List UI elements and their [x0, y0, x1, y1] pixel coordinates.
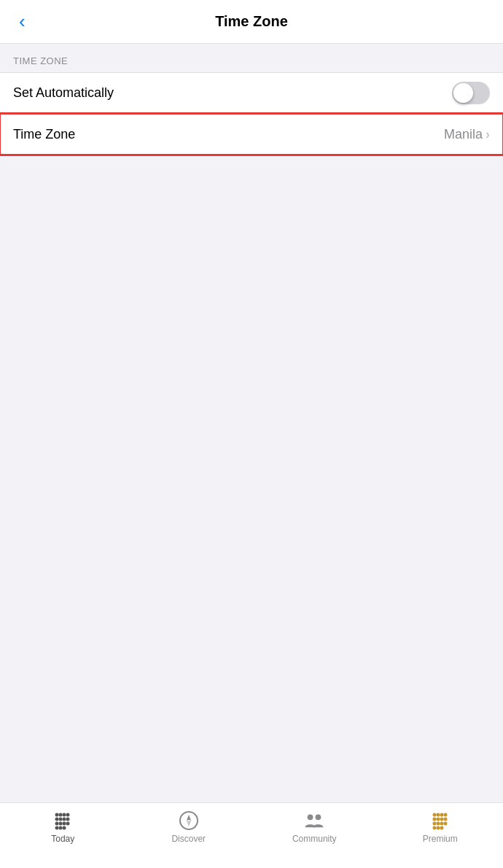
tab-community-label: Community — [292, 834, 337, 844]
svg-point-6 — [63, 818, 66, 821]
svg-point-29 — [436, 822, 440, 826]
settings-list: Set Automatically Time Zone Manila › — [0, 72, 503, 155]
tab-discover[interactable]: Discover — [126, 810, 252, 844]
chevron-icon: › — [486, 127, 490, 142]
svg-point-5 — [59, 818, 63, 821]
back-button[interactable]: ‹ — [13, 7, 31, 36]
svg-point-23 — [443, 813, 447, 817]
svg-point-9 — [59, 822, 63, 826]
svg-point-18 — [308, 814, 313, 820]
svg-point-12 — [55, 826, 59, 830]
section-label: TIME ZONE — [0, 44, 503, 72]
main-content — [0, 155, 503, 801]
svg-point-22 — [440, 813, 443, 817]
set-automatically-toggle[interactable] — [452, 82, 490, 104]
time-zone-value: Manila — [444, 127, 483, 142]
time-zone-value-group: Manila › — [444, 127, 490, 142]
svg-point-13 — [59, 826, 63, 830]
discover-icon — [179, 810, 199, 831]
header: ‹ Time Zone — [0, 0, 503, 44]
svg-point-24 — [432, 818, 436, 821]
community-icon — [304, 810, 324, 831]
tab-discover-label: Discover — [171, 834, 206, 844]
page-title: Time Zone — [215, 13, 288, 30]
tab-today-label: Today — [51, 834, 74, 844]
set-automatically-row: Set Automatically — [0, 73, 503, 114]
time-zone-label: Time Zone — [13, 127, 75, 142]
tab-premium-label: Premium — [423, 834, 458, 844]
svg-point-8 — [55, 822, 59, 826]
tab-premium[interactable]: Premium — [378, 810, 504, 844]
svg-point-0 — [55, 813, 59, 817]
svg-point-4 — [55, 818, 59, 821]
svg-point-30 — [440, 822, 443, 826]
svg-point-20 — [432, 813, 436, 817]
svg-point-10 — [63, 822, 66, 826]
set-automatically-label: Set Automatically — [13, 85, 114, 101]
svg-point-27 — [443, 818, 447, 821]
svg-point-15 — [180, 812, 198, 829]
svg-marker-17 — [187, 821, 191, 826]
svg-point-19 — [316, 814, 321, 820]
svg-point-3 — [66, 813, 70, 817]
svg-point-32 — [432, 826, 436, 830]
svg-point-2 — [63, 813, 66, 817]
svg-point-31 — [443, 822, 447, 826]
svg-point-11 — [66, 822, 70, 826]
time-zone-row[interactable]: Time Zone Manila › — [0, 114, 503, 155]
toggle-knob — [453, 83, 473, 103]
svg-point-21 — [436, 813, 440, 817]
svg-marker-16 — [187, 815, 191, 821]
svg-point-1 — [59, 813, 63, 817]
tab-bar: Today Discover Community — [0, 802, 503, 868]
svg-point-14 — [63, 826, 66, 830]
svg-point-33 — [436, 826, 440, 830]
svg-point-28 — [432, 822, 436, 826]
tab-community[interactable]: Community — [252, 810, 378, 844]
svg-point-25 — [436, 818, 440, 821]
svg-point-7 — [66, 818, 70, 821]
premium-icon — [430, 810, 451, 831]
svg-point-26 — [440, 818, 443, 821]
tab-today[interactable]: Today — [0, 810, 126, 844]
svg-point-34 — [440, 826, 443, 830]
today-icon — [52, 810, 73, 831]
